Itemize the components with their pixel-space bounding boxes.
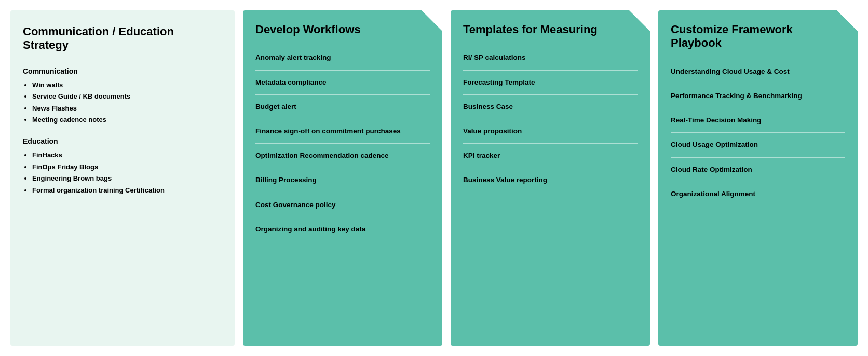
list-item: KPI tracker	[463, 143, 638, 168]
list-item: News Flashes	[32, 104, 222, 113]
communication-list: Win walls Service Guide / KB documents N…	[23, 80, 222, 125]
col2-items: Anomaly alert tracking Metadata complian…	[255, 49, 430, 241]
templates-measuring-column: Templates for Measuring RI/ SP calculati…	[451, 10, 650, 346]
communication-section: Communication Win walls Service Guide / …	[23, 63, 222, 133]
col2-body: Anomaly alert tracking Metadata complian…	[243, 45, 442, 346]
col3-items: RI/ SP calculations Forecasting Template…	[463, 49, 638, 192]
list-item: Business Value reporting	[463, 168, 638, 192]
col3-body: RI/ SP calculations Forecasting Template…	[451, 45, 650, 346]
col2-header: Develop Workflows	[243, 10, 442, 45]
list-item: Business Case	[463, 94, 638, 119]
list-item: Billing Processing	[255, 168, 430, 192]
list-item: Service Guide / KB documents	[32, 92, 222, 101]
list-item: Forecasting Template	[463, 70, 638, 94]
list-item: Engineering Brown bags	[32, 174, 222, 183]
list-item: Budget alert	[255, 94, 430, 119]
develop-workflows-column: Develop Workflows Anomaly alert tracking…	[243, 10, 442, 346]
education-list: FinHacks FinOps Friday Blogs Engineering…	[23, 150, 222, 195]
col4-header: Customize Framework Playbook	[658, 10, 858, 59]
education-section: Education FinHacks FinOps Friday Blogs E…	[23, 133, 222, 203]
list-item: Cost Governance policy	[255, 193, 430, 217]
education-heading: Education	[23, 137, 222, 145]
list-item: Understanding Cloud Usage & Cost	[671, 63, 845, 84]
list-item: Win walls	[32, 80, 222, 90]
col2-title: Develop Workflows	[255, 23, 430, 36]
list-item: FinOps Friday Blogs	[32, 162, 222, 172]
col4-items: Understanding Cloud Usage & Cost Perform…	[671, 63, 845, 206]
list-item: Value proposition	[463, 119, 638, 143]
list-item: Finance sign-off on commitment purchases	[255, 119, 430, 143]
col4-body: Understanding Cloud Usage & Cost Perform…	[658, 59, 858, 346]
list-item: Formal organization training Certificati…	[32, 186, 222, 195]
list-item: Optimization Recommendation cadence	[255, 143, 430, 168]
list-item: RI/ SP calculations	[463, 49, 638, 70]
list-item: Meeting cadence notes	[32, 115, 222, 125]
col3-header: Templates for Measuring	[451, 10, 650, 45]
communication-education-column: Communication / Education Strategy Commu…	[10, 10, 235, 346]
list-item: Performance Tracking & Benchmarking	[671, 84, 845, 108]
list-item: Metadata compliance	[255, 70, 430, 94]
col3-title: Templates for Measuring	[463, 23, 638, 36]
list-item: Real-Time Decision Making	[671, 108, 845, 132]
col4-title: Customize Framework Playbook	[671, 23, 845, 50]
list-item: Organizing and auditing key data	[255, 217, 430, 241]
list-item: Cloud Usage Optimization	[671, 132, 845, 157]
communication-heading: Communication	[23, 67, 222, 75]
list-item: Anomaly alert tracking	[255, 49, 430, 70]
list-item: Cloud Rate Optimization	[671, 157, 845, 182]
col1-title: Communication / Education Strategy	[23, 25, 222, 52]
list-item: FinHacks	[32, 150, 222, 160]
list-item: Organizational Alignment	[671, 182, 845, 206]
customize-framework-column: Customize Framework Playbook Understandi…	[658, 10, 858, 346]
